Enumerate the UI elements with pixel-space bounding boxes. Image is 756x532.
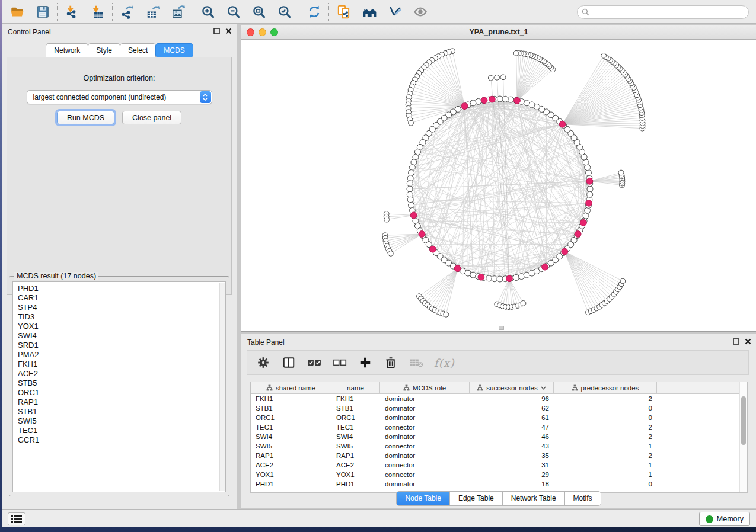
mcds-node-item: TEC1 (18, 426, 217, 435)
delete-column-button[interactable] (383, 355, 398, 370)
hierarchy-icon (266, 384, 273, 391)
table-row-ORC1[interactable]: ORC1ORC1dominator610 (251, 413, 747, 422)
export-network-button[interactable] (114, 2, 140, 22)
node-table-header: shared namenameMCDS rolesuccessor nodesp… (251, 382, 747, 394)
table-row-TEC1[interactable]: TEC1TEC1connector472 (251, 422, 747, 432)
column-header-shared-name[interactable]: shared name (251, 382, 331, 394)
two-houses-icon (362, 4, 377, 20)
search-icon (582, 8, 589, 16)
zoom-selected-button[interactable] (272, 2, 297, 22)
search-input[interactable] (592, 8, 748, 17)
deselect-all-button[interactable] (332, 355, 347, 370)
cell-successor-nodes: 62 (470, 403, 554, 413)
zoom-in-button[interactable] (195, 2, 221, 22)
export-image-button[interactable] (165, 2, 191, 22)
table-scrollbar[interactable] (739, 382, 747, 492)
mcds-node-item: PHD1 (18, 284, 217, 293)
node-table-body: FKH1FKH1dominator962STB1STB1dominator620… (251, 394, 747, 489)
add-column-button[interactable] (358, 355, 373, 370)
cell-predecessor-nodes: 2 (554, 422, 657, 432)
cell-name: ACE2 (331, 460, 380, 470)
cell-name: STB1 (331, 403, 380, 413)
cell-MCDS-role: connector (380, 422, 470, 432)
save-floppy-icon (35, 4, 50, 20)
hierarchy-icon (477, 384, 483, 391)
import-network-button[interactable] (59, 2, 85, 22)
memory-button[interactable]: Memory (699, 512, 750, 526)
export-table-button[interactable] (140, 2, 165, 22)
column-header-predecessor-nodes[interactable]: predecessor nodes (554, 382, 657, 394)
zoom-fit-button[interactable] (246, 2, 272, 22)
table-scrollbar-thumb[interactable] (741, 396, 746, 445)
select-all-button[interactable] (307, 355, 322, 370)
cell-successor-nodes: 31 (470, 460, 554, 470)
refresh-button[interactable] (301, 2, 327, 22)
cell-MCDS-role: dominator (380, 432, 470, 441)
network-canvas[interactable] (241, 40, 756, 331)
columns-icon (282, 356, 295, 369)
checked-boxes-icon (307, 356, 321, 369)
eye-hidden-button[interactable] (407, 2, 433, 22)
column-label: shared name (276, 384, 315, 392)
settings-gear-button[interactable] (256, 355, 271, 370)
table-row-YOX1[interactable]: YOX1YOX1connector291 (251, 470, 747, 479)
tab-style[interactable]: Style (88, 43, 120, 57)
search-field[interactable] (577, 5, 749, 19)
network-canvas-svg[interactable] (241, 40, 755, 331)
node-table[interactable]: shared namenameMCDS rolesuccessor nodesp… (250, 382, 748, 493)
network-titlebar[interactable]: YPA_prune.txt_1 (241, 25, 756, 40)
column-header-name[interactable]: name (331, 382, 380, 394)
zoom-selected-icon (277, 4, 292, 20)
close-panel-button[interactable]: Close panel (122, 111, 181, 124)
column-label: MCDS role (413, 384, 446, 392)
toolbar-separator (57, 3, 58, 21)
column-selector-button[interactable] (281, 355, 296, 370)
table-row-RAP1[interactable]: RAP1RAP1dominator352 (251, 451, 747, 460)
table-row-ACE2[interactable]: ACE2ACE2connector311 (251, 460, 747, 470)
main-region: YPA_prune.txt_1 Table Panel (237, 24, 756, 509)
tab-select[interactable]: Select (120, 43, 156, 57)
table-row-SWI5[interactable]: SWI5SWI5connector431 (251, 441, 747, 451)
table-row-PHD1[interactable]: PHD1PHD1dominator180 (251, 479, 747, 489)
refresh-icon (307, 4, 322, 20)
table-tabs-bar: Node TableEdge TableNetwork TableMotifs (241, 491, 756, 506)
cell-shared-name: PHD1 (251, 479, 331, 489)
style-brush-button[interactable] (382, 2, 407, 22)
optimization-criterion-value: largest connected component (undirected) (33, 93, 167, 101)
memory-status-icon (706, 515, 713, 523)
cell-successor-nodes: 61 (470, 413, 554, 422)
table-row-FKH1[interactable]: FKH1FKH1dominator962 (251, 394, 747, 403)
mcds-list-scrollbar[interactable] (219, 283, 225, 491)
close-panel-icon[interactable] (745, 338, 751, 345)
zoom-out-button[interactable] (221, 2, 246, 22)
tab-motifs[interactable]: Motifs (565, 492, 601, 505)
canvas-grip[interactable] (499, 326, 504, 330)
mcds-node-item: RAP1 (18, 398, 217, 407)
import-table-button[interactable] (85, 2, 110, 22)
cell-shared-name: ACE2 (251, 460, 331, 470)
close-panel-icon[interactable] (225, 28, 232, 34)
table-toolbar: f(x) (247, 350, 749, 375)
open-session-button[interactable] (4, 2, 30, 22)
task-history-button[interactable] (8, 512, 25, 525)
tab-network-table[interactable]: Network Table (503, 492, 565, 505)
column-header-MCDS-role[interactable]: MCDS role (380, 382, 470, 394)
column-header-successor-nodes[interactable]: successor nodes (470, 382, 554, 394)
save-session-button[interactable] (30, 2, 55, 22)
tab-mcds[interactable]: MCDS (155, 43, 193, 57)
float-panel-icon[interactable] (213, 28, 220, 34)
share-document-button[interactable] (331, 2, 356, 22)
table-row-STB1[interactable]: STB1STB1dominator620 (251, 403, 747, 413)
optimization-criterion-select[interactable]: largest connected component (undirected) (27, 90, 212, 104)
tab-network[interactable]: Network (46, 43, 88, 57)
cell-successor-nodes: 96 (470, 394, 554, 403)
home-networks-button[interactable] (356, 2, 382, 22)
tab-edge-table[interactable]: Edge Table (450, 492, 503, 505)
table-row-SWI4[interactable]: SWI4SWI4dominator462 (251, 432, 747, 441)
float-panel-icon[interactable] (733, 338, 739, 345)
zoom-fit-icon (251, 4, 267, 20)
run-mcds-button[interactable]: Run MCDS (57, 111, 114, 124)
tab-node-table[interactable]: Node Table (397, 492, 450, 505)
mcds-node-item: FKH1 (18, 360, 217, 369)
mcds-result-list[interactable]: PHD1CAR1STP4TID3YOX1SWI4SRD1PMA2FKH1ACE2… (12, 281, 226, 492)
